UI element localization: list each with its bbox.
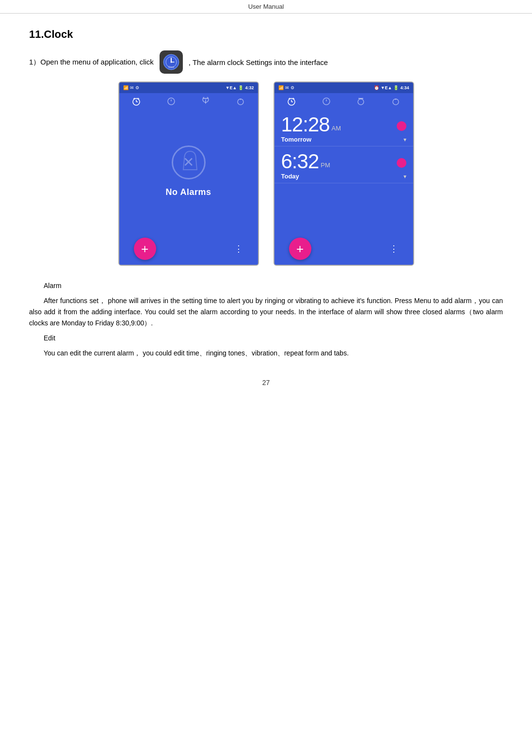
tab-stopwatch-2 (390, 96, 401, 107)
alarm-time-group-2: 6:32 PM (281, 151, 330, 172)
tab-clock-2 (321, 96, 332, 107)
chevron-down-2: ▾ (403, 173, 406, 180)
more-menu-1[interactable]: ⋮ (234, 243, 243, 254)
status-left-1: 📶 ✉ ⚙ (123, 85, 139, 90)
intro-line: 1）Open the menu of application, click Cl… (29, 50, 503, 74)
edit-body: You can edit the current alarm， you coul… (29, 348, 503, 359)
section-title: 11.Clock (29, 28, 503, 41)
status-icon-wifi: 📶 (123, 85, 129, 90)
screenshot-with-alarms: 📶 ✉ ⚙ ⏰ ▼E▲ 🔋 4:34 (274, 81, 414, 266)
screenshots-row: 📶 ✉ ⚙ ▼E▲ 🔋 4:32 (29, 81, 503, 266)
status-icon-wifi-2: 📶 (278, 85, 284, 90)
no-alarms-text: No Alarms (166, 187, 211, 197)
alarm-time-row-1: 12:28 AM (281, 114, 406, 135)
status-icon-misc-2: ⚙ (290, 85, 294, 90)
alarm-toggle-2[interactable] (397, 158, 406, 168)
clock-svg: Clock (162, 53, 180, 71)
alarm-label-row-1: Tomorrow ▾ (281, 136, 406, 143)
alarm-heading: Alarm (29, 280, 503, 291)
alarm-ampm-2: PM (321, 161, 330, 169)
status-icon-msg: ✉ (130, 85, 134, 90)
text-section: Alarm After functions set， phone will ar… (29, 280, 503, 359)
alarm-label-today: Today (281, 173, 299, 180)
page-header: User Manual (0, 0, 532, 14)
header-left: User (248, 3, 261, 10)
more-menu-2[interactable]: ⋮ (389, 243, 399, 254)
no-alarms-body: ✕ No Alarms (119, 110, 258, 233)
alarm-time-group-1: 12:28 AM (281, 114, 341, 135)
alarm-x-icon: ✕ (172, 145, 206, 179)
intro-pre: 1）Open the menu of application, click (29, 58, 154, 67)
nav-tabs-2 (274, 93, 413, 110)
svg-point-5 (170, 62, 172, 63)
alarm-body: After functions set， phone will arrives … (29, 295, 503, 329)
bottom-bar-2: + ⋮ (274, 233, 413, 265)
status-icon-misc: ⚙ (135, 85, 139, 90)
bottom-bar-1: + ⋮ (119, 233, 258, 265)
add-alarm-fab-1[interactable]: + (134, 238, 156, 260)
alarm-label-row-2: Today ▾ (281, 173, 406, 180)
alarm-time-2: 6:32 (281, 151, 319, 172)
alarm-time-row-2: 6:32 PM (281, 151, 406, 172)
tab-timer-1 (200, 96, 211, 107)
tab-timer-2 (355, 96, 366, 107)
tab-stopwatch-1 (235, 96, 246, 107)
status-bar-2: 📶 ✉ ⚙ ⏰ ▼E▲ 🔋 4:34 (274, 82, 413, 93)
status-right-1: ▼E▲ 🔋 4:32 (226, 85, 254, 90)
svg-text:Clock: Clock (168, 65, 175, 68)
status-right-2: ⏰ ▼E▲ 🔋 4:34 (374, 85, 409, 90)
clock-app-icon: Clock (160, 50, 183, 74)
status-time-1: 4:32 (245, 85, 254, 90)
edit-heading: Edit (29, 333, 503, 344)
header-right: Manual (263, 3, 284, 10)
svg-point-25 (358, 99, 364, 105)
status-icon-msg-2: ✉ (285, 85, 289, 90)
alarm-ampm-1: AM (332, 125, 341, 132)
status-signal-1: ▼E▲ (226, 85, 237, 90)
intro-post: , The alarm clock Settings into the inte… (189, 58, 328, 66)
page-content: 11.Clock 1）Open the menu of application,… (0, 14, 532, 401)
status-left-2: 📶 ✉ ⚙ (278, 85, 294, 90)
alarm-label-tomorrow: Tomorrow (281, 136, 312, 143)
status-battery-2: 🔋 (393, 85, 399, 90)
tab-alarm-1 (131, 96, 142, 107)
tab-alarm-2 (286, 96, 297, 107)
status-battery-1: 🔋 (238, 85, 243, 90)
alarm-spacer (274, 183, 413, 233)
alarm-toggle-1[interactable] (397, 121, 406, 131)
screenshot-no-alarms: 📶 ✉ ⚙ ▼E▲ 🔋 4:32 (118, 81, 259, 266)
status-bar-1: 📶 ✉ ⚙ ▼E▲ 🔋 4:32 (119, 82, 258, 93)
status-alarm-icon: ⏰ (374, 85, 379, 90)
alarm-item-tomorrow: 12:28 AM Tomorrow ▾ (274, 110, 413, 146)
nav-tabs-1 (119, 93, 258, 110)
tab-clock-1 (166, 96, 177, 107)
chevron-down-1: ▾ (403, 136, 406, 143)
page-number: 27 (29, 379, 503, 386)
add-alarm-fab-2[interactable]: + (289, 238, 311, 260)
status-time-2: 4:34 (400, 85, 409, 90)
alarm-item-today: 6:32 PM Today ▾ (274, 146, 413, 183)
alarm-time-1: 12:28 (281, 114, 330, 135)
alarms-body: 12:28 AM Tomorrow ▾ 6:32 (274, 110, 413, 233)
status-signal-2: ▼E▲ (381, 85, 392, 90)
